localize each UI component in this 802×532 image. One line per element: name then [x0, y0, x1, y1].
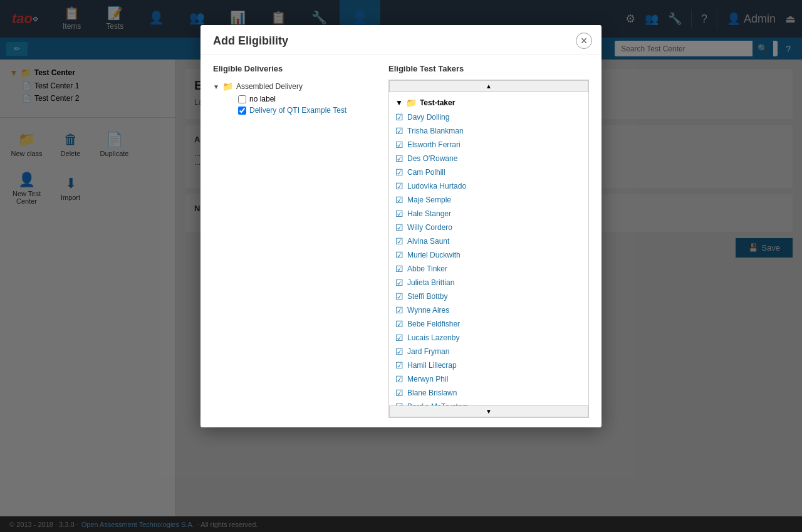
taker-checkbox-6[interactable]: ☑	[395, 195, 404, 205]
assembled-delivery-label: Assembled Delivery	[236, 82, 303, 91]
qti-delivery-item[interactable]: Delivery of QTI Example Test	[238, 105, 376, 116]
taker-item-11[interactable]: ☑ Abbe Tinker	[392, 262, 585, 276]
taker-checkbox-20[interactable]: ☑	[395, 388, 404, 398]
taker-checkbox-12[interactable]: ☑	[395, 278, 404, 288]
testtakers-header: Eligible Test Takers	[388, 64, 589, 73]
deliveries-tree: ▼ 📁 Assembled Delivery no label Delivery…	[213, 80, 376, 116]
taker-name-2[interactable]: Elsworth Ferrari	[407, 140, 461, 149]
taker-name-14[interactable]: Wynne Aires	[407, 306, 449, 315]
no-label-checkbox[interactable]	[238, 95, 246, 103]
taker-name-0[interactable]: Davy Dolling	[407, 113, 449, 122]
taker-item-18[interactable]: ☑ Hamil Lillecrap	[392, 358, 585, 372]
taker-name-7[interactable]: Hale Stanger	[407, 209, 451, 218]
no-label-text: no label	[249, 95, 276, 103]
taker-checkbox-19[interactable]: ☑	[395, 374, 404, 384]
assembled-delivery-folder[interactable]: ▼ 📁 Assembled Delivery	[213, 80, 376, 93]
taker-item-0[interactable]: ☑ Davy Dolling	[392, 110, 585, 124]
no-label-item[interactable]: no label	[238, 93, 376, 105]
taker-checkbox-0[interactable]: ☑	[395, 112, 404, 122]
taker-checkbox-14[interactable]: ☑	[395, 305, 404, 315]
taker-name-12[interactable]: Julieta Brittian	[407, 278, 454, 287]
taker-item-7[interactable]: ☑ Hale Stanger	[392, 207, 585, 221]
taker-item-19[interactable]: ☑ Merwyn Phil	[392, 372, 585, 386]
taker-item-8[interactable]: ☑ Willy Cordero	[392, 221, 585, 234]
testtakers-list: ☑ Davy Dolling ☑ Trisha Blankman ☑ Elswo…	[392, 110, 585, 405]
taker-checkbox-16[interactable]: ☑	[395, 333, 404, 343]
taker-name-15[interactable]: Bebe Feldfisher	[407, 320, 460, 328]
taker-checkbox-13[interactable]: ☑	[395, 291, 404, 301]
taker-name-6[interactable]: Maje Semple	[407, 196, 451, 204]
taker-checkbox-3[interactable]: ☑	[395, 154, 404, 164]
taker-item-17[interactable]: ☑ Jard Fryman	[392, 345, 585, 358]
taker-checkbox-1[interactable]: ☑	[395, 126, 404, 136]
taker-name-5[interactable]: Ludovika Hurtado	[407, 182, 466, 190]
taker-checkbox-18[interactable]: ☑	[395, 360, 404, 370]
testtaker-folder-arrow: ▼	[395, 98, 403, 107]
taker-item-4[interactable]: ☑ Cam Polhill	[392, 165, 585, 179]
taker-checkbox-15[interactable]: ☑	[395, 319, 404, 329]
taker-name-4[interactable]: Cam Polhill	[407, 168, 445, 177]
taker-item-9[interactable]: ☑ Alvina Saunt	[392, 234, 585, 248]
taker-name-17[interactable]: Jard Fryman	[407, 347, 449, 356]
taker-name-19[interactable]: Merwyn Phil	[407, 375, 448, 383]
taker-name-8[interactable]: Willy Cordero	[407, 223, 452, 232]
taker-item-16[interactable]: ☑ Lucais Lazenby	[392, 331, 585, 345]
taker-name-11[interactable]: Abbe Tinker	[407, 264, 447, 273]
taker-item-3[interactable]: ☑ Des O'Rowane	[392, 152, 585, 165]
taker-name-9[interactable]: Alvina Saunt	[407, 237, 449, 246]
taker-item-14[interactable]: ☑ Wynne Aires	[392, 303, 585, 317]
modal-body: Eligible Deliveries ▼ 📁 Assembled Delive…	[200, 55, 602, 427]
taker-item-15[interactable]: ☑ Bebe Feldfisher	[392, 317, 585, 331]
taker-item-20[interactable]: ☑ Blane Brislawn	[392, 386, 585, 400]
taker-name-1[interactable]: Trisha Blankman	[407, 127, 464, 135]
deliveries-column: Eligible Deliveries ▼ 📁 Assembled Delive…	[213, 64, 376, 418]
delivery-children: no label Delivery of QTI Example Test	[226, 93, 376, 116]
taker-item-6[interactable]: ☑ Maje Semple	[392, 193, 585, 207]
taker-item-21[interactable]: ☑ Bordie McTrustam	[392, 400, 585, 405]
modal-title: Add Eligibility	[213, 34, 589, 48]
taker-checkbox-8[interactable]: ☑	[395, 222, 404, 232]
modal-overlay: Add Eligibility × Eligible Deliveries ▼ …	[0, 0, 802, 532]
taker-item-12[interactable]: ☑ Julieta Brittian	[392, 276, 585, 289]
taker-item-13[interactable]: ☑ Steffi Bottby	[392, 289, 585, 303]
deliveries-header: Eligible Deliveries	[213, 64, 376, 73]
taker-item-5[interactable]: ☑ Ludovika Hurtado	[392, 179, 585, 193]
testtakers-scroll-area[interactable]: ▼ 📁 Test-taker ☑ Davy Dolling ☑ Trisha B…	[389, 92, 588, 405]
folder-icon-delivery: 📁	[222, 81, 233, 91]
taker-checkbox-7[interactable]: ☑	[395, 209, 404, 219]
taker-checkbox-5[interactable]: ☑	[395, 181, 404, 191]
taker-item-10[interactable]: ☑ Muriel Duckwith	[392, 248, 585, 262]
testtakers-column: Eligible Test Takers ▲ ▼ 📁 Test-taker ☑ …	[388, 64, 589, 418]
taker-checkbox-17[interactable]: ☑	[395, 347, 404, 357]
taker-name-18[interactable]: Hamil Lillecrap	[407, 361, 457, 370]
taker-checkbox-9[interactable]: ☑	[395, 236, 404, 246]
scroll-down-button[interactable]: ▼	[389, 405, 588, 417]
folder-arrow-icon: ▼	[213, 83, 219, 90]
modal-close-button[interactable]: ×	[576, 33, 592, 49]
taker-name-13[interactable]: Steffi Bottby	[407, 292, 447, 301]
add-eligibility-modal: Add Eligibility × Eligible Deliveries ▼ …	[200, 25, 602, 427]
taker-checkbox-4[interactable]: ☑	[395, 167, 404, 177]
taker-name-16[interactable]: Lucais Lazenby	[407, 333, 459, 342]
testtaker-folder-icon: 📁	[406, 98, 417, 108]
testtaker-folder-header[interactable]: ▼ 📁 Test-taker	[392, 95, 585, 110]
taker-checkbox-11[interactable]: ☑	[395, 264, 404, 274]
taker-checkbox-2[interactable]: ☑	[395, 140, 404, 150]
taker-checkbox-10[interactable]: ☑	[395, 250, 404, 260]
qti-delivery-checkbox[interactable]	[238, 107, 246, 115]
taker-item-2[interactable]: ☑ Elsworth Ferrari	[392, 138, 585, 152]
qti-delivery-link[interactable]: Delivery of QTI Example Test	[249, 106, 346, 115]
taker-name-20[interactable]: Blane Brislawn	[407, 389, 457, 397]
testtaker-folder-label: Test-taker	[420, 98, 455, 107]
scroll-up-button[interactable]: ▲	[389, 80, 588, 92]
modal-header: Add Eligibility ×	[200, 25, 602, 55]
taker-name-10[interactable]: Muriel Duckwith	[407, 251, 461, 259]
taker-item-1[interactable]: ☑ Trisha Blankman	[392, 124, 585, 138]
taker-name-3[interactable]: Des O'Rowane	[407, 154, 457, 163]
